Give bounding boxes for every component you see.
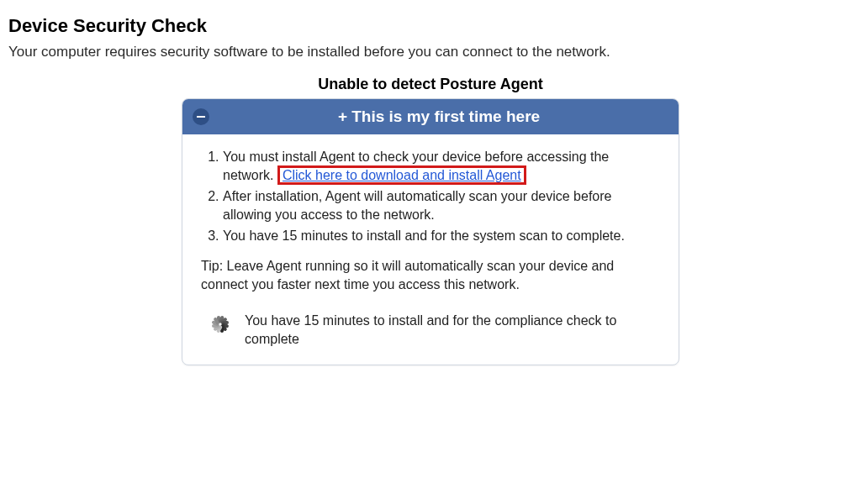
page-subtitle: Your computer requires security software… [8, 44, 853, 60]
tip-text: Tip: Leave Agent running so it will auto… [201, 257, 660, 293]
instruction-step-2: After installation, Agent will automatic… [223, 187, 660, 223]
detect-status-message: Unable to detect Posture Agent [182, 76, 679, 93]
instruction-step-1: You must install Agent to check your dev… [223, 148, 660, 184]
panel-header[interactable]: + This is my first time here [182, 99, 679, 134]
instruction-step-3: You have 15 minutes to install and for t… [223, 227, 660, 245]
instruction-list: You must install Agent to check your dev… [201, 148, 660, 245]
svg-rect-0 [197, 116, 205, 118]
compliance-status-text: You have 15 minutes to install and for t… [245, 312, 660, 348]
download-link-highlight: Click here to download and install Agent [277, 165, 526, 185]
download-agent-link[interactable]: Click here to download and install Agent [283, 168, 521, 182]
panel-body: You must install Agent to check your dev… [182, 134, 679, 365]
minus-icon [193, 108, 209, 125]
loading-spinner-icon [204, 316, 233, 344]
panel-header-title: + This is my first time here [209, 108, 668, 126]
compliance-status-row: You have 15 minutes to install and for t… [201, 312, 660, 348]
page-title: Device Security Check [8, 15, 853, 37]
first-time-panel: + This is my first time here You must in… [182, 98, 679, 365]
